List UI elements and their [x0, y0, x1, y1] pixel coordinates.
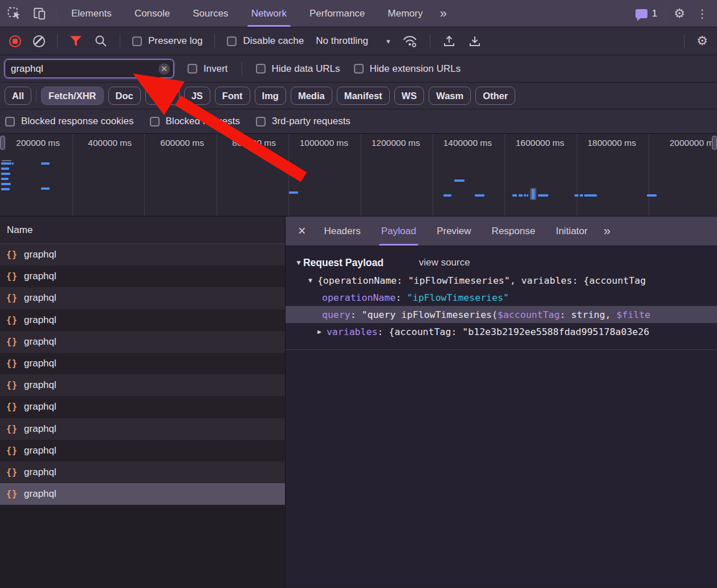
tab-sources[interactable]: Sources	[190, 0, 231, 27]
filter-checkboxes: InvertHide data URLsHide extension URLs	[188, 62, 461, 76]
timeline-range-handle[interactable]	[712, 136, 717, 150]
payload-line[interactable]: query: "query ipFlowTimeseries($accountT…	[286, 306, 717, 323]
request-name: graphql	[24, 336, 56, 348]
type-chip-wasm[interactable]: Wasm	[429, 87, 471, 105]
request-filter-3rd-party-requests[interactable]: 3rd-party requests	[256, 116, 351, 127]
filter-bar: ✕ InvertHide data URLsHide extension URL…	[0, 55, 717, 83]
divider	[56, 7, 56, 21]
more-details-tabs-icon[interactable]: »	[598, 224, 615, 239]
table-row[interactable]: {}graphql	[0, 374, 285, 396]
request-name: graphql	[24, 292, 56, 304]
tree-expand-icon[interactable]: ▶	[317, 328, 321, 336]
type-chip-doc[interactable]: Doc	[108, 87, 141, 105]
details-tab-payload[interactable]: Payload	[379, 217, 418, 246]
table-row[interactable]: {}graphql	[0, 396, 285, 418]
close-details-icon[interactable]: ×	[290, 217, 313, 246]
xhr-icon: {}	[6, 489, 18, 499]
filter-icon[interactable]	[70, 35, 82, 47]
checkbox-box	[227, 36, 237, 46]
kebab-menu-icon[interactable]: ⋮	[693, 7, 711, 21]
divider	[286, 349, 717, 350]
payload-text: : string,	[560, 309, 616, 320]
table-row[interactable]: {}graphql	[0, 483, 285, 505]
record-network-log-button[interactable]	[9, 35, 21, 47]
payload-section-header[interactable]: ▼ Request Payload view source	[286, 254, 717, 272]
details-tab-preview[interactable]: Preview	[434, 217, 473, 246]
more-panels-icon[interactable]: »	[434, 6, 451, 21]
table-row[interactable]: {}graphql	[0, 353, 285, 374]
type-chip-fetch-xhr[interactable]: Fetch/XHR	[41, 87, 103, 105]
type-chip-img[interactable]: Img	[255, 87, 286, 105]
timeline-request-bar	[512, 194, 517, 197]
issues-counter[interactable]: 1	[635, 8, 657, 19]
filter-checkbox-hide-extension-urls[interactable]: Hide extension URLs	[354, 63, 461, 75]
disable-cache-checkbox[interactable]: Disable cache	[227, 35, 304, 47]
timeline-request-bar	[527, 194, 528, 197]
view-source-link[interactable]: view source	[419, 257, 470, 268]
request-name: graphql	[24, 379, 56, 391]
payload-line[interactable]: ▶variables: {accountTag: "b12e3b2192ee55…	[286, 323, 717, 340]
export-har-icon[interactable]	[468, 34, 482, 48]
divider	[214, 34, 215, 48]
checkbox-label: Hide data URLs	[272, 63, 340, 75]
tab-network[interactable]: Network	[248, 0, 290, 27]
divider	[36, 89, 36, 103]
table-row[interactable]: {}graphql	[0, 244, 285, 266]
table-row[interactable]: {}graphql	[0, 462, 285, 483]
tab-elements[interactable]: Elements	[68, 0, 115, 27]
xhr-icon: {}	[6, 402, 18, 412]
preserve-log-checkbox[interactable]: Preserve log	[132, 35, 202, 47]
payload-line[interactable]: ▼{operationName: "ipFlowTimeseries", var…	[286, 272, 717, 289]
tab-performance[interactable]: Performance	[307, 0, 368, 27]
checkbox-label: Blocked response cookies	[21, 116, 134, 127]
request-filter-blocked-response-cookies[interactable]: Blocked response cookies	[5, 116, 134, 127]
main-split: Name {}graphql{}graphql{}graphql{}graphq…	[0, 217, 717, 587]
details-tab-bar: × HeadersPayloadPreviewResponseInitiator…	[286, 217, 717, 246]
import-har-icon[interactable]	[442, 34, 456, 48]
timeline-range-handle[interactable]	[0, 136, 5, 150]
table-row[interactable]: {}graphql	[0, 266, 285, 287]
request-name: graphql	[24, 423, 56, 435]
divider	[120, 34, 120, 48]
type-chip-manifest[interactable]: Manifest	[337, 87, 390, 105]
details-tab-initiator[interactable]: Initiator	[553, 217, 590, 246]
type-chip-media[interactable]: Media	[291, 87, 332, 105]
name-column-header[interactable]: Name	[0, 217, 285, 244]
network-conditions-icon[interactable]	[402, 34, 418, 48]
type-chip-font[interactable]: Font	[215, 87, 250, 105]
settings-gear-icon[interactable]: ⚙	[674, 7, 685, 20]
filter-checkbox-hide-data-urls[interactable]: Hide data URLs	[256, 63, 340, 75]
device-toolbar-icon[interactable]	[32, 6, 47, 21]
type-chip-ws[interactable]: WS	[394, 87, 425, 105]
request-filter-blocked-requests[interactable]: Blocked requests	[150, 116, 240, 127]
table-row[interactable]: {}graphql	[0, 331, 285, 353]
type-chip-css[interactable]: CSS	[145, 87, 180, 105]
table-row[interactable]: {}graphql	[0, 309, 285, 331]
search-icon[interactable]	[94, 34, 108, 48]
type-chip-js[interactable]: JS	[184, 87, 210, 105]
table-row[interactable]: {}graphql	[0, 440, 285, 462]
clear-network-log-button[interactable]	[33, 35, 45, 47]
throttling-dropdown[interactable]: No throttling ▾	[316, 35, 390, 47]
payload-text: $filte	[617, 309, 651, 320]
payload-line[interactable]: operationName: "ipFlowTimeseries"	[286, 289, 717, 306]
resource-type-filter-row: AllFetch/XHRDocCSSJSFontImgMediaManifest…	[0, 83, 717, 109]
details-tab-headers[interactable]: Headers	[321, 217, 362, 246]
issue-count: 1	[652, 8, 657, 19]
filter-input[interactable]	[5, 63, 158, 75]
inspect-element-icon[interactable]	[7, 6, 22, 21]
clear-filter-icon[interactable]: ✕	[158, 63, 170, 75]
table-row[interactable]: {}graphql	[0, 418, 285, 440]
type-chip-all[interactable]: All	[5, 87, 31, 105]
details-tab-response[interactable]: Response	[490, 217, 538, 246]
message-bubble-icon	[635, 9, 647, 18]
filter-checkbox-invert[interactable]: Invert	[188, 63, 228, 75]
timeline-request-bar	[475, 194, 484, 197]
table-row[interactable]: {}graphql	[0, 287, 285, 309]
tab-console[interactable]: Console	[132, 0, 173, 27]
type-chip-other[interactable]: Other	[475, 87, 515, 105]
network-overview-timeline[interactable]: 200000 ms400000 ms600000 ms800000 ms1000…	[0, 134, 717, 217]
network-settings-gear-icon[interactable]: ⚙	[696, 35, 708, 47]
tree-expand-icon[interactable]: ▼	[308, 276, 312, 284]
tab-memory[interactable]: Memory	[385, 0, 425, 27]
